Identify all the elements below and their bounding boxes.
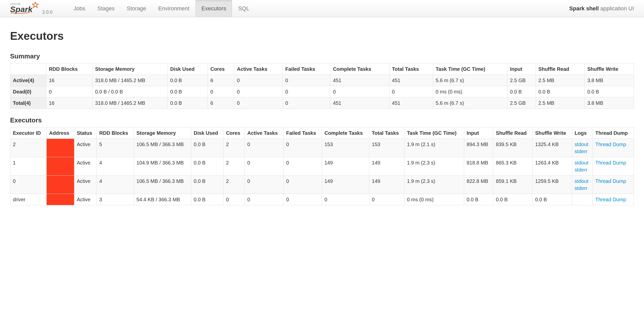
summary-cell: 6 (208, 75, 234, 86)
executors-col-header[interactable]: Storage Memory (134, 127, 191, 139)
summary-cell: 0 (234, 97, 283, 109)
executors-col-header[interactable]: Thread Dump (593, 127, 634, 139)
executor-id: 2 (10, 139, 47, 157)
executor-thread-dump: Thread Dump (593, 194, 634, 205)
executor-active-tasks: 0 (245, 194, 283, 205)
thread-dump-link[interactable]: Thread Dump (595, 197, 626, 202)
summary-cell: 451 (389, 75, 433, 86)
executor-disk-used: 0.0 B (191, 176, 223, 194)
thread-dump-link[interactable]: Thread Dump (595, 142, 626, 147)
log-link-stdout[interactable]: stdout (575, 178, 590, 185)
app-name-label: Spark shell application UI (569, 5, 634, 12)
executor-storage-memory: 106.5 MB / 366.3 MB (134, 139, 191, 157)
summary-col-header[interactable] (10, 63, 46, 75)
table-row: Active(4)16318.0 MB / 1465.2 MB0.0 B6004… (10, 75, 634, 86)
summary-col-header[interactable]: Task Time (GC Time) (433, 63, 507, 75)
table-row: Dead(0)00.0 B / 0.0 B0.0 B000000 ms (0 m… (10, 86, 634, 97)
summary-cell: 0.0 B / 0.0 B (92, 86, 168, 97)
executors-col-header[interactable]: Shuffle Write (532, 127, 572, 139)
summary-row-label: Total(4) (10, 97, 46, 109)
summary-cell: 2.5 MB (536, 97, 585, 109)
thread-dump-link[interactable]: Thread Dump (595, 160, 626, 166)
log-link-stdout[interactable]: stdout (575, 141, 590, 148)
executors-col-header[interactable]: Failed Tasks (283, 127, 322, 139)
executor-total-tasks: 149 (369, 157, 404, 176)
executor-failed-tasks: 0 (283, 139, 322, 157)
executor-input: 822.8 MB (464, 176, 493, 194)
executor-storage-memory: 104.9 MB / 366.3 MB (134, 157, 191, 176)
executor-complete-tasks: 153 (322, 139, 369, 157)
log-link-stderr[interactable]: stderr (575, 185, 590, 192)
executor-disk-used: 0.0 B (191, 139, 223, 157)
summary-col-header[interactable]: Shuffle Read (536, 63, 585, 75)
brand[interactable]: APACHE Spark 2.0.0 (10, 2, 52, 15)
summary-col-header[interactable]: Total Tasks (389, 63, 433, 75)
summary-col-header[interactable]: Storage Memory (92, 63, 168, 75)
executor-rdd-blocks: 5 (97, 139, 134, 157)
executor-disk-used: 0.0 B (191, 157, 223, 176)
summary-col-header[interactable]: Input (507, 63, 536, 75)
log-link-stdout[interactable]: stdout (575, 159, 590, 166)
summary-cell: 318.0 MB / 1465.2 MB (92, 75, 168, 86)
executor-shuffle-read: 839.5 KB (493, 139, 533, 157)
executors-col-header[interactable]: Complete Tasks (322, 127, 369, 139)
summary-col-header[interactable]: Complete Tasks (330, 63, 389, 75)
summary-col-header[interactable]: Disk Used (168, 63, 208, 75)
summary-col-header[interactable]: Cores (208, 63, 234, 75)
tab-jobs[interactable]: Jobs (68, 0, 91, 17)
tab-sql[interactable]: SQL (232, 0, 255, 17)
executor-address (46, 139, 74, 157)
summary-cell: 0.0 B (536, 86, 585, 97)
summary-cell: 0 (283, 97, 330, 109)
executor-shuffle-read: 859.1 KB (493, 176, 533, 194)
executors-col-header[interactable]: Logs (572, 127, 593, 139)
log-link-stderr[interactable]: stderr (575, 166, 590, 173)
executor-rdd-blocks: 4 (97, 157, 134, 176)
tab-storage[interactable]: Storage (121, 0, 152, 17)
table-row: 0Active4106.5 MB / 366.3 MB0.0 B20014914… (10, 176, 634, 194)
executor-shuffle-read: 0.0 B (493, 194, 533, 205)
executor-cores: 2 (223, 139, 245, 157)
executor-input: 894.3 MB (464, 139, 493, 157)
executors-col-header[interactable]: Executor ID (10, 127, 47, 139)
summary-cell: 0 ms (0 ms) (433, 86, 507, 97)
thread-dump-link[interactable]: Thread Dump (595, 178, 626, 184)
executor-rdd-blocks: 4 (97, 176, 134, 194)
executor-status: Active (74, 157, 96, 176)
executors-col-header[interactable]: Address (46, 127, 74, 139)
tab-environment[interactable]: Environment (152, 0, 196, 17)
page-title: Executors (10, 30, 634, 42)
executors-col-header[interactable]: Cores (223, 127, 245, 139)
log-link-stderr[interactable]: stderr (575, 148, 590, 155)
executors-heading: Executors (10, 116, 634, 124)
executor-input: 0.0 B (464, 194, 493, 205)
tab-executors[interactable]: Executors (196, 0, 232, 17)
executor-task-time: 1.9 m (2.3 s) (404, 176, 464, 194)
executor-total-tasks: 153 (369, 139, 404, 157)
spark-version: 2.0.0 (42, 10, 52, 15)
executors-col-header[interactable]: Task Time (GC Time) (404, 127, 464, 139)
executor-task-time: 1.9 m (2.1 s) (404, 139, 464, 157)
summary-cell: 0.0 B (585, 86, 634, 97)
summary-col-header[interactable]: Active Tasks (234, 63, 283, 75)
executor-shuffle-write: 1325.4 KB (532, 139, 572, 157)
tab-stages[interactable]: Stages (91, 0, 121, 17)
summary-cell: 3.8 MB (585, 75, 634, 86)
executor-failed-tasks: 0 (283, 157, 322, 176)
summary-col-header[interactable]: Shuffle Write (585, 63, 634, 75)
executors-col-header[interactable]: Input (464, 127, 493, 139)
summary-col-header[interactable]: Failed Tasks (283, 63, 330, 75)
executors-col-header[interactable]: Total Tasks (369, 127, 404, 139)
executors-col-header[interactable]: Shuffle Read (493, 127, 533, 139)
executor-active-tasks: 0 (245, 139, 283, 157)
executors-col-header[interactable]: Disk Used (191, 127, 223, 139)
executor-active-tasks: 0 (245, 176, 283, 194)
executor-disk-used: 0.0 B (191, 194, 223, 205)
summary-col-header[interactable]: RDD Blocks (46, 63, 92, 75)
executors-col-header[interactable]: Active Tasks (245, 127, 283, 139)
executor-shuffle-write: 1259.5 KB (532, 176, 572, 194)
executors-col-header[interactable]: Status (74, 127, 96, 139)
executor-complete-tasks: 149 (322, 157, 369, 176)
summary-cell: 2.5 MB (536, 75, 585, 86)
executors-col-header[interactable]: RDD Blocks (97, 127, 134, 139)
